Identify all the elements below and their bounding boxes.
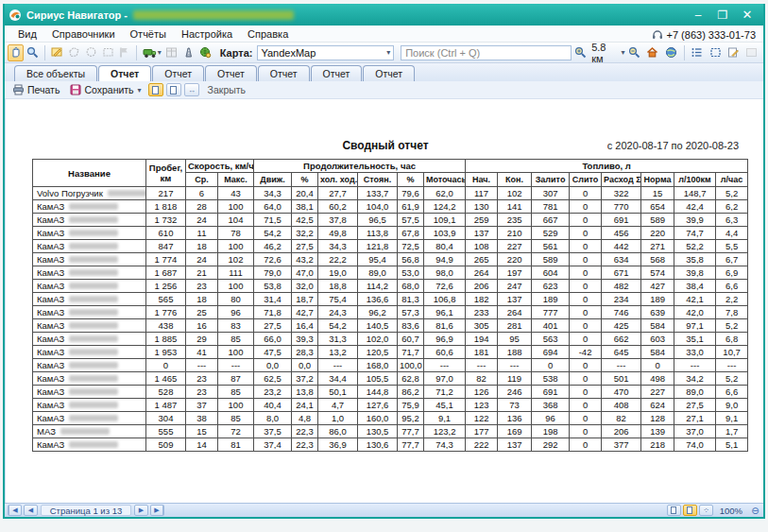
cell: 246 (498, 386, 532, 399)
subheader: Залито (532, 173, 570, 187)
map-provider-select[interactable]: YandexMap ▾ (257, 45, 394, 60)
maximize-button[interactable]: ❐ (710, 7, 735, 23)
close-button[interactable]: ✕ (735, 7, 759, 23)
col-header-name: Название (33, 160, 146, 187)
menu-item[interactable]: Справка (240, 28, 296, 40)
first-page-button[interactable]: ◀ (8, 505, 22, 516)
report-period: с 2020-08-17 по 2020-08-23 (607, 140, 739, 151)
map-scale-value[interactable]: 5.8 км (591, 42, 618, 64)
status-view-single-button[interactable] (667, 505, 681, 516)
cell: 781 (532, 200, 570, 214)
globe-button[interactable] (662, 44, 679, 61)
summary-report-table: Название Пробег, км Скорость, км/ч Продо… (32, 159, 748, 452)
print-button[interactable]: Печать (9, 83, 63, 96)
vehicle-name-cell: Volvo Погрузчик (33, 187, 146, 200)
save-button[interactable]: Сохранить ▾ (66, 83, 145, 96)
cell: 52,2 (674, 240, 716, 253)
cell: 96 (218, 306, 254, 319)
cell: 89,0 (358, 266, 398, 280)
menu-item[interactable]: Настройка (174, 28, 240, 40)
caret-down-icon[interactable]: ▾ (621, 48, 624, 57)
cell: 113,8 (358, 227, 398, 240)
circle-tool-button[interactable] (83, 44, 99, 61)
report-tab[interactable]: Отчет (363, 65, 415, 81)
view-fit-width-button[interactable]: ↔ (184, 83, 199, 96)
cell: 292 (532, 438, 570, 452)
caret-down-icon: ▾ (386, 48, 390, 57)
zoom-out-button[interactable] (625, 44, 642, 61)
grid-report-button[interactable] (163, 44, 179, 61)
cell: 114,2 (358, 280, 398, 293)
cell: 102,0 (358, 333, 398, 346)
next-page-button[interactable]: ▶ (134, 505, 148, 516)
group-header-duration: Продолжительность, час (254, 160, 466, 173)
search-input[interactable] (401, 45, 572, 60)
menu-item[interactable]: Справочники (44, 28, 123, 40)
menu-item[interactable]: Отчёты (123, 28, 174, 40)
redacted-plate (69, 269, 118, 276)
report-tab[interactable]: Отчет (311, 65, 363, 81)
cell: 66,0 (254, 333, 292, 346)
cell: 24,1 (292, 399, 318, 412)
cell: 6,3 (716, 214, 748, 227)
report-tab[interactable]: Отчет (152, 65, 204, 81)
home-button[interactable] (644, 44, 661, 61)
report-tab[interactable]: Отчет (258, 65, 310, 81)
report-tab[interactable]: Отчет (98, 65, 151, 81)
rect-select-button[interactable] (100, 44, 116, 61)
vehicle-name-cell: МАЗ (33, 425, 146, 438)
view-continuous-button[interactable] (166, 83, 181, 96)
report-tab[interactable]: Все объекты (14, 65, 97, 81)
report-tab[interactable]: Отчет (205, 65, 257, 81)
cell: 0 (570, 200, 602, 214)
close-report-button[interactable]: Закрыть (208, 84, 246, 95)
cell: 23 (186, 280, 218, 293)
cell: 561 (532, 240, 570, 253)
cell: 528 (146, 386, 186, 399)
table-row: КамАЗ 1 885298566,039,331,3102,060,796,9… (33, 333, 748, 346)
last-page-button[interactable]: ▶ (150, 505, 164, 516)
route-button[interactable] (180, 44, 196, 61)
support-phone: +7 (863) 333-01-73 (652, 29, 756, 41)
zoom-in-icon (574, 46, 587, 59)
zoom-in-button[interactable] (572, 44, 589, 61)
geozone-button[interactable] (707, 44, 724, 61)
cell: 77,7 (398, 438, 424, 452)
status-view-fit-button[interactable] (683, 505, 697, 516)
cell: 2,2 (716, 293, 748, 306)
cell: 0,0 (254, 359, 292, 372)
cell: 691 (602, 214, 641, 227)
pan-hand-button[interactable] (8, 44, 24, 61)
polygon-tool-button[interactable] (66, 44, 82, 61)
cell: 5,5 (716, 240, 748, 253)
view-single-page-button[interactable] (148, 83, 163, 96)
extra-button[interactable] (743, 44, 760, 61)
cell: 124,2 (424, 200, 466, 214)
flag-tool-button[interactable] (117, 44, 133, 61)
report-toolbar: Печать Сохранить ▾ ↔ Закрыть (5, 81, 763, 99)
notes-button[interactable] (725, 44, 742, 61)
menu-item[interactable]: Вид (10, 28, 44, 40)
redacted-company-name (133, 10, 294, 20)
group-header-fuel: Топливо, л (466, 160, 748, 173)
zoom-select-button[interactable] (25, 44, 41, 61)
cell: 117 (466, 187, 498, 200)
minimize-button[interactable]: – (686, 7, 710, 23)
subheader: Ср. (186, 173, 218, 187)
prev-page-button[interactable]: ◀ (24, 505, 38, 516)
object-list-button[interactable] (689, 44, 706, 61)
map-search-button[interactable] (197, 44, 213, 61)
cell: 6,7 (716, 253, 748, 266)
edit-map-button[interactable] (49, 44, 65, 61)
cell: 87 (218, 372, 254, 386)
vehicle-menu-button[interactable]: ▾ (141, 44, 162, 61)
table-row: КамАЗ 610117854,232,249,8113,867,8103,91… (33, 227, 748, 240)
cell: 120,5 (358, 346, 398, 359)
cell: 401 (532, 319, 570, 333)
cell: 39,3 (292, 333, 318, 346)
cell: 27,5 (674, 399, 716, 412)
zoom-out-step-button[interactable]: ⊖ (749, 505, 761, 516)
status-view-multi-button[interactable]: ⁘ (699, 505, 713, 516)
cell: 0 (570, 293, 602, 306)
table-row: КамАЗ 565188031,418,775,4136,681,3106,81… (33, 293, 748, 306)
